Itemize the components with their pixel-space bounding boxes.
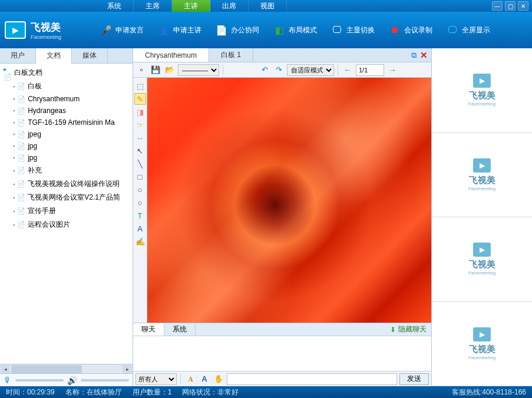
left-panel: 用户 文档 媒体 ▸📄 白板文档 ▪📄白板▪📄Chrysanthemum▪📄Hy…	[0, 48, 133, 386]
chat-tab-chat[interactable]: 聊天	[133, 323, 164, 336]
toolbar-btn-5[interactable]: ⏺会议录制	[382, 19, 438, 41]
draw-tool-11[interactable]: A	[134, 223, 146, 234]
mic-icon[interactable]: 🎙	[4, 376, 12, 385]
expand-icon: ▪	[13, 195, 15, 201]
close-window-button[interactable]: ✕	[518, 1, 528, 11]
draw-tool-12[interactable]: ✍	[134, 236, 146, 247]
send-button[interactable]: 发送	[399, 373, 429, 385]
chat-panel: 聊天 系统 ⬇ 隐藏聊天 所有人 𝐀 A ✋ 发送	[133, 323, 431, 386]
document-icon: 📄	[17, 154, 25, 162]
tree-item[interactable]: ▪📄jpg	[0, 152, 133, 164]
hide-chat-button[interactable]: ⬇ 隐藏聊天	[385, 323, 431, 336]
draw-tool-10[interactable]: T	[134, 210, 146, 221]
undo-icon[interactable]: ↶	[259, 64, 270, 76]
draw-tool-6[interactable]: ╲	[134, 158, 146, 170]
page-input[interactable]	[356, 64, 384, 76]
draw-tool-4[interactable]: ↔	[134, 132, 146, 144]
line-style-select[interactable]: ————	[178, 64, 219, 76]
toolbar-btn-0[interactable]: 🎤申请发言	[93, 19, 150, 41]
font-icon[interactable]: 𝐀	[184, 373, 196, 385]
document-tree[interactable]: ▸📄 白板文档 ▪📄白板▪📄Chrysanthemum▪📄Hydrangeas▪…	[0, 64, 133, 364]
expand-icon: ▪	[13, 143, 15, 149]
redo-icon[interactable]: ↷	[273, 64, 285, 76]
doc-tab-1[interactable]: 白板 1	[209, 48, 253, 62]
zoom-mode-select[interactable]: 自适应模式	[287, 64, 334, 76]
document-icon: 📄	[17, 194, 25, 202]
tree-item[interactable]: ▪📄Hydrangeas	[0, 105, 133, 117]
speaker-icon[interactable]: 🔊	[67, 376, 77, 385]
chat-input[interactable]	[227, 373, 397, 385]
chat-messages[interactable]	[133, 336, 431, 371]
video-slot-4[interactable]: ▶飞视美Facemeeting	[432, 302, 532, 387]
popout-icon[interactable]: ⧉	[411, 51, 417, 60]
tree-item[interactable]: ▪📄补充	[0, 164, 133, 177]
tree-item[interactable]: ▪📄白板	[0, 79, 133, 93]
new-page-icon[interactable]: ▫	[136, 64, 147, 76]
left-scrollbar[interactable]: ◂ ▸	[0, 364, 133, 373]
left-tab-docs[interactable]: 文档	[36, 48, 72, 64]
open-icon[interactable]: 📂	[164, 64, 176, 76]
document-icon: 📄	[17, 118, 25, 127]
prev-page-icon[interactable]: ←	[342, 64, 353, 76]
close-doc-icon[interactable]: ✕	[420, 50, 428, 61]
status-network: 非常好	[217, 388, 239, 396]
draw-tool-9[interactable]: ○	[134, 197, 146, 208]
drawing-toolbox: ⬚✎◨☞↔↖╲□○○TA✍	[133, 78, 147, 323]
arrow-down-icon: ⬇	[390, 326, 396, 334]
menu-bar: 系统 主席 主讲 出席 视图 — ▢ ✕	[0, 0, 532, 12]
draw-tool-5[interactable]: ↖	[134, 145, 146, 157]
expand-icon: ▪	[13, 222, 15, 228]
next-page-icon[interactable]: →	[386, 64, 398, 76]
menu-system[interactable]: 系统	[95, 0, 134, 12]
video-slot-2[interactable]: ▶飞视美Facemeeting	[432, 133, 532, 218]
left-tab-media[interactable]: 媒体	[72, 48, 108, 63]
expand-icon: ▪	[13, 131, 15, 137]
menu-chair[interactable]: 主席	[134, 0, 172, 12]
document-canvas[interactable]	[147, 78, 431, 323]
draw-tool-1[interactable]: ✎	[134, 93, 146, 105]
toolbar-btn-4[interactable]: 🖵主显切换	[324, 19, 381, 41]
tree-item[interactable]: ▪📄TGF-16-159 Artemisinin Ma	[0, 117, 133, 128]
tree-item[interactable]: ▪📄飞视美网络会议室V2.1产品简	[0, 191, 133, 204]
font-color-icon[interactable]: A	[199, 373, 210, 385]
tree-root[interactable]: ▸📄 白板文档	[0, 66, 133, 79]
document-icon: 📄	[17, 221, 25, 229]
toolbar-btn-2[interactable]: 📄办公协同	[209, 19, 265, 41]
menu-attend[interactable]: 出席	[210, 0, 249, 12]
draw-tool-0[interactable]: ⬚	[134, 80, 146, 92]
hand-icon[interactable]: ✋	[213, 373, 224, 385]
expand-icon: ▪	[13, 168, 15, 174]
tree-item[interactable]: ▪📄Chrysanthemum	[0, 93, 133, 105]
chat-tab-system[interactable]: 系统	[164, 323, 196, 336]
document-icon: 📄	[17, 82, 25, 91]
tree-item[interactable]: ▪📄jpeg	[0, 128, 133, 140]
video-slot-1[interactable]: ▶飞视美Facemeeting	[432, 48, 532, 133]
expand-icon: ▪	[13, 96, 15, 102]
minimize-button[interactable]: —	[492, 1, 503, 11]
toolbar-btn-6[interactable]: 🖵全屏显示	[440, 19, 496, 41]
save-icon[interactable]: 💾	[150, 64, 161, 76]
maximize-button[interactable]: ▢	[505, 1, 516, 11]
menu-presenter[interactable]: 主讲	[172, 0, 210, 12]
toolbar-btn-3[interactable]: ◧布局模式	[266, 19, 323, 41]
tree-item[interactable]: ▪📄宣传手册	[0, 204, 133, 218]
draw-tool-8[interactable]: ○	[134, 184, 146, 195]
tree-item[interactable]: ▪📄jpg	[0, 140, 133, 152]
toolbar-icon-4: 🖵	[330, 23, 344, 37]
mic-level[interactable]	[15, 379, 64, 382]
expand-icon: ▪	[13, 208, 15, 214]
left-tab-users[interactable]: 用户	[0, 48, 36, 63]
draw-tool-7[interactable]: □	[134, 171, 146, 183]
tree-item[interactable]: ▪📄远程会议图片	[0, 218, 133, 231]
doc-tab-0[interactable]: Chrysanthemum	[133, 48, 209, 62]
video-slot-3[interactable]: ▶飞视美Facemeeting	[432, 217, 532, 302]
folder-icon: ▸📄	[4, 69, 12, 77]
draw-tool-3[interactable]: ☞	[134, 119, 146, 131]
menu-view[interactable]: 视图	[249, 0, 287, 12]
tree-item[interactable]: ▪📄飞视美视频会议终端操作说明	[0, 177, 133, 191]
draw-tool-2[interactable]: ◨	[134, 106, 146, 118]
chat-target-select[interactable]: 所有人	[136, 373, 177, 385]
expand-icon: ▪	[13, 108, 15, 114]
speaker-level[interactable]	[81, 379, 129, 382]
toolbar-btn-1[interactable]: 👤申请主讲	[151, 19, 207, 41]
